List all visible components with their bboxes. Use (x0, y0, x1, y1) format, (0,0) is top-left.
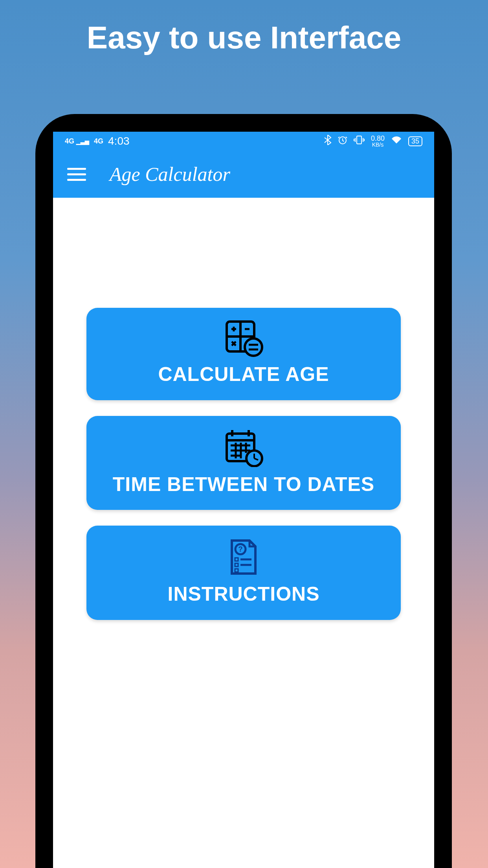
wifi-icon (391, 136, 402, 147)
calendar-clock-icon (222, 428, 265, 469)
content-area: CALCULATE AGE (53, 198, 434, 620)
promo-title: Easy to use Interface (0, 20, 488, 56)
status-bar: 4G ▁▃▅ 4G 4:03 (53, 132, 434, 151)
vibrate-icon (354, 135, 365, 147)
status-right: 0.80 KB/s 35 (324, 135, 422, 147)
signal-icon: 4G ▁▃▅ (65, 137, 89, 145)
svg-rect-28 (235, 558, 238, 561)
instructions-label: INSTRUCTIONS (168, 583, 320, 606)
app-bar: Age Calculator (53, 151, 434, 198)
status-left: 4G ▁▃▅ 4G 4:03 (65, 135, 130, 147)
svg-rect-1 (357, 136, 361, 144)
svg-text:?: ? (238, 545, 243, 553)
calculate-age-label: CALCULATE AGE (158, 363, 329, 386)
phone-screen: 4G ▁▃▅ 4G 4:03 (53, 132, 434, 868)
alarm-icon (338, 135, 347, 147)
calculator-icon (222, 320, 265, 359)
svg-point-10 (245, 338, 262, 356)
document-help-icon: ? (224, 537, 263, 578)
bluetooth-icon (324, 135, 332, 147)
battery-icon: 35 (408, 136, 422, 146)
menu-icon[interactable] (67, 168, 86, 181)
phone-frame: 4G ▁▃▅ 4G 4:03 (35, 114, 452, 868)
data-rate: 0.80 KB/s (371, 135, 385, 147)
calculate-age-button[interactable]: CALCULATE AGE (86, 308, 401, 400)
signal-icon-2: 4G (94, 137, 103, 145)
time-between-label: TIME BETWEEN TO DATES (113, 473, 374, 496)
time-between-button[interactable]: TIME BETWEEN TO DATES (86, 416, 401, 510)
instructions-button[interactable]: ? INSTRUCTIONS (86, 526, 401, 620)
svg-rect-30 (235, 563, 238, 566)
status-time: 4:03 (108, 135, 130, 147)
svg-rect-32 (235, 569, 238, 572)
app-title: Age Calculator (110, 163, 230, 186)
